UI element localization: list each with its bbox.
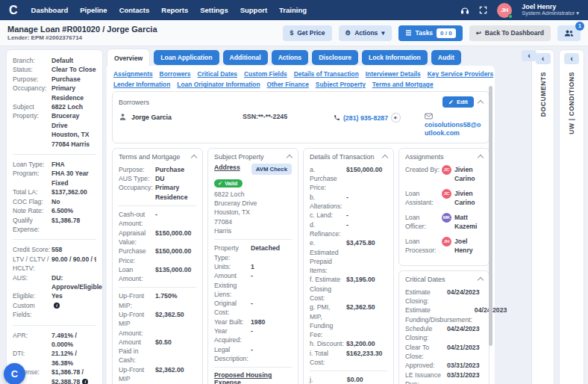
field-value: $150,000.00	[155, 247, 196, 265]
critical-dates-card: Critical Dates Estimate Closing:04/24/20…	[398, 270, 490, 384]
nav-item[interactable]: Contacts	[119, 6, 150, 14]
field-row: LE Issuance Due:03/31/2023	[405, 371, 483, 384]
app-screen: C Dashboard Pipeline Contacts Reports Se…	[0, 0, 588, 384]
section-link[interactable]: Critical Dates	[197, 70, 237, 78]
field-value: Clear To Closei	[51, 65, 96, 74]
field-row: Estimate Funding/Disbursement:04/24/2023	[405, 306, 483, 324]
nav-item[interactable]: Pipeline	[80, 6, 107, 14]
documents-panel-label[interactable]: DOCUMENTS	[539, 72, 547, 117]
field-label: Purpose:	[119, 165, 155, 174]
expand-uw-conditions-button[interactable]: ‹	[564, 53, 579, 64]
collapse-card-icon[interactable]	[478, 100, 484, 106]
field-value: -	[346, 211, 387, 220]
headset-icon[interactable]	[460, 6, 469, 15]
main-scrollbar[interactable]	[489, 86, 492, 346]
field-label: Amount Existing Liens:	[214, 271, 251, 299]
header-actions: $ Get Price ⚙ Actions ▾ Tasks 0 / 0 ↩ Ba…	[283, 25, 581, 41]
tab-lock-information[interactable]: Lock Information	[362, 50, 428, 65]
nav-item[interactable]: Dashboard	[31, 6, 69, 14]
collapse-card-icon[interactable]	[478, 277, 484, 283]
info-icon[interactable]: i	[54, 303, 60, 309]
tab-overview[interactable]: Overview	[107, 49, 150, 66]
collapse-card-icon[interactable]	[382, 155, 388, 161]
field-label: h. Discount:	[310, 339, 346, 348]
assignment-role-label: Loan Officer:	[405, 213, 442, 231]
terms-section-2: Cash-out Amount:-Appraisal Value:$150,00…	[119, 210, 196, 283]
field-value: Primary Residence	[155, 183, 196, 202]
tasks-button[interactable]: Tasks 0 / 0	[398, 25, 463, 41]
nav-item[interactable]: Reports	[161, 6, 188, 14]
section-link[interactable]: Assignments	[113, 70, 153, 78]
get-price-button[interactable]: $ Get Price	[283, 25, 331, 41]
section-link[interactable]: Lender Information	[113, 81, 170, 88]
nav-item[interactable]: Training	[279, 6, 307, 14]
section-link[interactable]: Loan Originator Information	[177, 81, 260, 88]
assignment-person-name: Matt Kazemi	[454, 213, 483, 231]
address-link[interactable]: Address	[214, 164, 240, 171]
section-link[interactable]: Subject Property	[316, 81, 366, 88]
field-row: Schedule Closing:04/24/2023	[405, 324, 483, 343]
info-icon[interactable]: i	[82, 379, 88, 384]
tab-loan-application[interactable]: Loan Application	[154, 50, 219, 65]
collapse-card-icon[interactable]	[287, 155, 293, 161]
assignment-person[interactable]: MK Matt Kazemi	[442, 213, 483, 231]
team-button[interactable]: 1	[557, 25, 581, 41]
borrower-name-cell[interactable]: Jorge Garcia	[119, 113, 243, 121]
collapse-card-icon[interactable]	[478, 155, 484, 161]
borrower-phone-link[interactable]: (281) 935-8287	[343, 114, 388, 122]
app-logo[interactable]: C	[9, 4, 18, 16]
section-link[interactable]: Custom Fields	[244, 70, 287, 78]
field-label: Total LA:	[13, 188, 51, 196]
field-value: i	[51, 301, 96, 320]
tab-actions[interactable]: Actions	[272, 50, 309, 65]
assignment-person[interactable]: JC Jivien Carino	[442, 189, 483, 207]
back-to-dashboard-button[interactable]: ↩ Back To Dashboard	[469, 25, 551, 41]
collapse-main-panel-button[interactable]: ‹	[522, 50, 537, 61]
expand-documents-button[interactable]: ‹	[536, 53, 551, 64]
section-link[interactable]: Interviewer Details	[366, 70, 421, 78]
user-menu[interactable]: Joel Henry System Administrator ▾	[522, 3, 579, 17]
field-label: Credit Score:	[13, 245, 51, 254]
call-audio-icon[interactable]	[391, 113, 401, 123]
section-link[interactable]: Details of Transaction	[294, 70, 359, 78]
section-link[interactable]: Other Finance	[267, 81, 309, 88]
field-label: Approved:	[405, 361, 447, 370]
terms-card: Terms and Mortgage Purpose:PurchaseAUS T…	[112, 148, 203, 384]
field-value: $135,000.00	[155, 265, 196, 284]
fullscreen-icon[interactable]	[479, 6, 487, 14]
field-row: Year Built:1980	[214, 318, 292, 326]
tab-audit[interactable]: Audit	[431, 50, 461, 65]
transaction-section-2: j. Subordinate Financing:$0.00k. Seller …	[310, 375, 387, 384]
card-title: Assignments	[405, 153, 444, 161]
section-link[interactable]: Terms and Mortgage	[372, 81, 434, 88]
field-value: 1.750%	[155, 291, 196, 310]
address-line: Houston, TX	[214, 208, 292, 217]
avatar: MK	[442, 213, 451, 223]
borrower-phone-cell: (281) 935-8287	[334, 113, 425, 123]
nav-item[interactable]: Settings	[200, 6, 228, 14]
field-label: g. PMI, MIP, Funding Fee:	[310, 303, 346, 339]
chat-widget-button[interactable]: C	[4, 363, 25, 384]
field-label: Program:	[13, 169, 51, 188]
tab-disclosure[interactable]: Disclosure	[312, 50, 358, 65]
field-label: LE Issuance Due:	[405, 371, 447, 384]
avm-check-button[interactable]: AVM Check	[251, 164, 292, 175]
section-link[interactable]: Key Service Providers	[428, 70, 493, 78]
borrower-email-link[interactable]: coisolutions58@outlook.com	[425, 121, 481, 137]
user-avatar[interactable]: JH	[497, 3, 512, 18]
assignment-person[interactable]: JH Joel Henry	[442, 237, 483, 255]
assignment-person[interactable]: JC Jivien Carino	[442, 165, 483, 183]
uw-conditions-panel-label[interactable]: UW | CONDITIONS	[568, 72, 575, 134]
nav-item[interactable]: Support	[240, 6, 267, 14]
field-value: 04/24/2023	[447, 288, 483, 306]
field-label: Custom Fields:	[13, 301, 51, 320]
tab-additional[interactable]: Additional	[223, 50, 268, 65]
field-label: f. Estimate Closing Cost:	[310, 275, 346, 303]
actions-button[interactable]: ⚙ Actions ▾	[339, 25, 392, 41]
edit-borrowers-button[interactable]: Edit	[442, 96, 474, 108]
field-value: -	[251, 326, 292, 345]
field-row: c. Land:-	[310, 211, 387, 220]
section-link[interactable]: Borrowers	[160, 70, 191, 78]
collapse-card-icon[interactable]	[191, 155, 197, 161]
field-label: d. Refinance:	[310, 220, 346, 239]
